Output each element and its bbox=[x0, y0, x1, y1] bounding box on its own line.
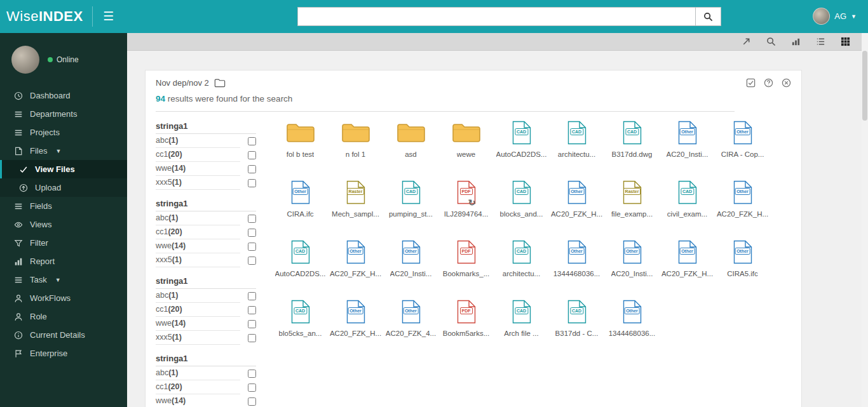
filter-checkbox[interactable] bbox=[248, 151, 256, 159]
folder-item[interactable]: wewe bbox=[438, 119, 494, 158]
chart-icon[interactable] bbox=[791, 37, 801, 46]
file-item[interactable]: CADblocks_and... bbox=[494, 179, 549, 218]
file-item[interactable]: OtherCIRA - Cop... bbox=[715, 119, 770, 158]
sidebar-item-files[interactable]: Files▼ bbox=[0, 142, 127, 160]
filter-checkbox[interactable] bbox=[248, 320, 256, 328]
filter-checkbox[interactable] bbox=[248, 334, 256, 342]
sidebar-item-current-details[interactable]: Current Details bbox=[0, 326, 127, 344]
file-item[interactable]: CADarchitectu... bbox=[494, 239, 549, 277]
breadcrumb-path: Nov dep/nov 2 bbox=[156, 78, 209, 88]
filter-option-label: wwe(14) bbox=[156, 162, 240, 176]
filter-checkbox[interactable] bbox=[248, 229, 256, 237]
sidebar-item-workflows[interactable]: WorkFlows bbox=[0, 289, 127, 307]
file-name: asd bbox=[405, 150, 417, 158]
profile-section: Online bbox=[0, 33, 127, 84]
file-name: AC20_FZK_4... bbox=[386, 330, 436, 337]
file-item[interactable]: CADAutoCAD2DS... bbox=[273, 239, 328, 277]
file-item[interactable]: PDFBookmarks_... bbox=[438, 239, 494, 277]
filter-checkbox[interactable] bbox=[248, 397, 256, 406]
sidebar-item-upload[interactable]: Upload bbox=[0, 178, 127, 197]
file-type-badge: CAD bbox=[294, 248, 307, 255]
file-type-icon: CAD bbox=[291, 298, 310, 324]
filter-checkbox[interactable] bbox=[248, 243, 256, 251]
sidebar-item-views[interactable]: Views bbox=[0, 215, 127, 234]
filter-option: wwe(14) bbox=[156, 162, 256, 176]
select-check-icon[interactable] bbox=[746, 78, 756, 88]
filter-checkbox[interactable] bbox=[248, 292, 256, 300]
sidebar-item-fields[interactable]: Fields bbox=[0, 197, 127, 215]
filter-checkbox[interactable] bbox=[248, 306, 256, 314]
sidebar-item-departments[interactable]: Departments bbox=[0, 105, 127, 123]
file-name: 1344468036... bbox=[609, 330, 656, 337]
search-button[interactable] bbox=[696, 7, 721, 26]
online-status: Online bbox=[48, 55, 79, 64]
file-item[interactable]: Other1344468036... bbox=[604, 298, 660, 337]
file-item[interactable]: OtherAC20_FZK_H... bbox=[328, 298, 383, 337]
filter-checkbox[interactable] bbox=[248, 165, 256, 173]
file-item[interactable]: OtherCIRA.ifc bbox=[273, 179, 328, 218]
hamburger-icon[interactable]: ☰ bbox=[103, 9, 114, 23]
sidebar-item-report[interactable]: Report bbox=[0, 252, 127, 270]
sidebar-item-dashboard[interactable]: Dashboard bbox=[0, 86, 127, 105]
file-item[interactable]: Rasterfile_examp... bbox=[604, 179, 660, 218]
expand-icon[interactable] bbox=[742, 37, 751, 46]
help-icon[interactable] bbox=[764, 78, 773, 88]
file-item[interactable]: OtherAC20_FZK_4... bbox=[383, 298, 438, 337]
page-scrollbar[interactable] bbox=[862, 33, 868, 407]
sidebar-item-filter[interactable]: Filter bbox=[0, 234, 127, 252]
filter-checkbox[interactable] bbox=[248, 257, 256, 265]
file-item[interactable]: PDFBookm5arks... bbox=[438, 298, 494, 337]
profile-avatar[interactable] bbox=[11, 46, 39, 74]
file-name: blocks_and... bbox=[500, 210, 543, 218]
filter-option: cc1(20) bbox=[156, 148, 256, 162]
filter-checkbox[interactable] bbox=[248, 179, 256, 187]
scrollbar-thumb[interactable] bbox=[862, 51, 867, 121]
file-item[interactable]: OtherCIRA5.ifc bbox=[715, 239, 770, 277]
file-item[interactable]: OtherAC20_FZK_H... bbox=[715, 179, 770, 218]
file-type-icon: CAD bbox=[402, 179, 421, 204]
person-icon bbox=[14, 294, 23, 303]
logo-text-index: INDEX bbox=[39, 8, 83, 24]
grid-view-icon[interactable] bbox=[841, 37, 850, 46]
file-item[interactable]: OtherAC20_FZK_H... bbox=[660, 239, 715, 277]
file-item[interactable]: RasterMech_sampl... bbox=[328, 179, 383, 218]
folder-add-icon[interactable] bbox=[214, 78, 226, 88]
filter-option-label: wwe(14) bbox=[156, 317, 240, 331]
file-item[interactable]: CADAutoCAD2DS... bbox=[494, 119, 549, 158]
file-icon bbox=[14, 147, 23, 156]
folder-item[interactable]: n fol 1 bbox=[328, 119, 383, 158]
sidebar-item-enterprise[interactable]: Enterprise bbox=[0, 344, 127, 363]
file-name: blo5cks_an... bbox=[279, 330, 322, 337]
caret-down-icon: ▼ bbox=[851, 13, 857, 20]
folder-item[interactable]: asd bbox=[383, 119, 438, 158]
file-item[interactable]: CADpumping_st... bbox=[383, 179, 438, 218]
sidebar-item-view-files[interactable]: View Files bbox=[0, 160, 127, 178]
file-item[interactable]: OtherAC20_Insti... bbox=[660, 119, 715, 158]
file-item[interactable]: Other1344468036... bbox=[549, 239, 604, 277]
list-view-icon[interactable] bbox=[816, 37, 825, 46]
search-icon[interactable] bbox=[766, 37, 776, 46]
file-item[interactable]: OtherAC20_Insti... bbox=[383, 239, 438, 277]
folder-icon bbox=[341, 119, 370, 145]
file-item[interactable]: CADblo5cks_an... bbox=[273, 298, 328, 337]
filter-checkbox[interactable] bbox=[248, 215, 256, 223]
file-item[interactable]: OtherAC20_FZK_H... bbox=[328, 239, 383, 277]
filter-checkbox[interactable] bbox=[248, 137, 256, 145]
search-input[interactable] bbox=[297, 7, 696, 26]
close-icon[interactable] bbox=[782, 78, 791, 88]
file-item[interactable]: OtherAC20_FZK_H... bbox=[549, 179, 604, 218]
file-item[interactable]: CADB317dd - C... bbox=[549, 298, 604, 337]
file-item[interactable]: CADB317dd.dwg bbox=[604, 119, 660, 158]
filter-checkbox[interactable] bbox=[248, 370, 256, 378]
sidebar-item-task[interactable]: Task▼ bbox=[0, 270, 127, 289]
file-item[interactable]: CADArch file ... bbox=[494, 298, 549, 337]
file-item[interactable]: PDF↻ILJ2894764... bbox=[438, 179, 494, 218]
sidebar-item-role[interactable]: Role bbox=[0, 307, 127, 326]
filter-checkbox[interactable] bbox=[248, 384, 256, 392]
file-item[interactable]: CADarchitectu... bbox=[549, 119, 604, 158]
file-item[interactable]: OtherAC20_Insti... bbox=[604, 239, 660, 277]
folder-item[interactable]: fol b test bbox=[273, 119, 328, 158]
sidebar-item-projects[interactable]: Projects bbox=[0, 123, 127, 142]
file-item[interactable]: CADcivil_exam... bbox=[660, 179, 715, 218]
user-menu[interactable]: AG ▼ bbox=[813, 8, 857, 25]
